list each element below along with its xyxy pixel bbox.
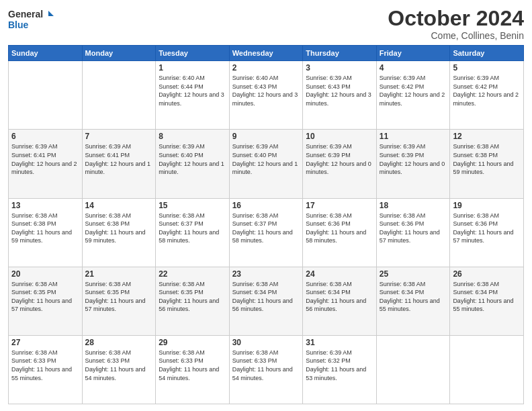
calendar-header-cell: Wednesday: [229, 46, 303, 61]
day-number: 30: [232, 338, 300, 347]
day-number: 5: [453, 63, 521, 73]
day-number: 23: [232, 269, 300, 279]
cell-info: Sunrise: 6:38 AM Sunset: 6:36 PM Dayligh…: [306, 212, 373, 245]
calendar-cell: 5Sunrise: 6:39 AM Sunset: 6:42 PM Daylig…: [450, 61, 524, 130]
calendar-cell: 11Sunrise: 6:39 AM Sunset: 6:39 PM Dayli…: [376, 130, 450, 198]
cell-info: Sunrise: 6:38 AM Sunset: 6:33 PM Dayligh…: [85, 349, 153, 382]
calendar-cell: 31Sunrise: 6:39 AM Sunset: 6:32 PM Dayli…: [303, 335, 377, 404]
calendar-cell: 17Sunrise: 6:38 AM Sunset: 6:36 PM Dayli…: [303, 198, 377, 267]
calendar-cell: 1Sunrise: 6:40 AM Sunset: 6:44 PM Daylig…: [156, 61, 230, 130]
cell-info: Sunrise: 6:39 AM Sunset: 6:32 PM Dayligh…: [306, 349, 373, 382]
cell-info: Sunrise: 6:38 AM Sunset: 6:33 PM Dayligh…: [11, 349, 79, 382]
day-number: 9: [232, 132, 300, 141]
cell-info: Sunrise: 6:38 AM Sunset: 6:33 PM Dayligh…: [159, 349, 226, 382]
day-number: 31: [306, 338, 373, 347]
cell-info: Sunrise: 6:40 AM Sunset: 6:43 PM Dayligh…: [232, 74, 300, 107]
cell-info: Sunrise: 6:39 AM Sunset: 6:41 PM Dayligh…: [85, 142, 153, 176]
main-title: October 2024: [388, 7, 524, 30]
calendar-cell: 13Sunrise: 6:38 AM Sunset: 6:38 PM Dayli…: [9, 198, 83, 267]
calendar-cell: 12Sunrise: 6:38 AM Sunset: 6:38 PM Dayli…: [450, 130, 524, 198]
day-number: 29: [159, 338, 226, 347]
calendar-cell: 8Sunrise: 6:39 AM Sunset: 6:40 PM Daylig…: [156, 130, 230, 198]
cell-info: Sunrise: 6:38 AM Sunset: 6:35 PM Dayligh…: [85, 280, 153, 314]
calendar-header-cell: Sunday: [9, 46, 83, 61]
calendar-header-row: SundayMondayTuesdayWednesdayThursdayFrid…: [9, 46, 524, 61]
cell-info: Sunrise: 6:40 AM Sunset: 6:44 PM Dayligh…: [159, 74, 226, 107]
calendar-cell: 10Sunrise: 6:39 AM Sunset: 6:39 PM Dayli…: [303, 130, 377, 198]
logo-svg: General Blue: [8, 7, 55, 34]
day-number: 2: [232, 63, 300, 73]
day-number: 8: [159, 132, 226, 141]
day-number: 15: [159, 201, 226, 210]
calendar-week-row: 20Sunrise: 6:38 AM Sunset: 6:35 PM Dayli…: [9, 267, 524, 335]
calendar-header-cell: Saturday: [450, 46, 524, 61]
calendar-header-cell: Friday: [376, 46, 450, 61]
calendar-cell: 24Sunrise: 6:38 AM Sunset: 6:34 PM Dayli…: [303, 267, 377, 335]
cell-info: Sunrise: 6:39 AM Sunset: 6:43 PM Dayligh…: [306, 74, 373, 107]
cell-info: Sunrise: 6:39 AM Sunset: 6:40 PM Dayligh…: [159, 142, 226, 176]
svg-text:General: General: [8, 9, 43, 19]
calendar-cell: 16Sunrise: 6:38 AM Sunset: 6:37 PM Dayli…: [229, 198, 303, 267]
day-number: 1: [159, 63, 226, 73]
cell-info: Sunrise: 6:39 AM Sunset: 6:40 PM Dayligh…: [232, 142, 300, 176]
day-number: 21: [85, 269, 153, 279]
page: General Blue October 2024 Come, Collines…: [0, 0, 532, 411]
cell-info: Sunrise: 6:39 AM Sunset: 6:39 PM Dayligh…: [306, 142, 373, 176]
day-number: 6: [11, 132, 79, 141]
day-number: 13: [11, 201, 79, 210]
calendar-cell: [376, 335, 450, 404]
calendar-cell: 7Sunrise: 6:39 AM Sunset: 6:41 PM Daylig…: [82, 130, 156, 198]
cell-info: Sunrise: 6:39 AM Sunset: 6:42 PM Dayligh…: [380, 74, 447, 107]
day-number: 3: [306, 63, 373, 73]
day-number: 18: [380, 201, 447, 210]
cell-info: Sunrise: 6:38 AM Sunset: 6:37 PM Dayligh…: [232, 212, 300, 245]
calendar-cell: 22Sunrise: 6:38 AM Sunset: 6:35 PM Dayli…: [156, 267, 230, 335]
day-number: 26: [453, 269, 521, 279]
cell-info: Sunrise: 6:38 AM Sunset: 6:35 PM Dayligh…: [159, 280, 226, 314]
cell-info: Sunrise: 6:39 AM Sunset: 6:39 PM Dayligh…: [380, 142, 447, 176]
calendar-week-row: 6Sunrise: 6:39 AM Sunset: 6:41 PM Daylig…: [9, 130, 524, 198]
cell-info: Sunrise: 6:39 AM Sunset: 6:42 PM Dayligh…: [453, 74, 521, 107]
cell-info: Sunrise: 6:38 AM Sunset: 6:36 PM Dayligh…: [453, 212, 521, 245]
day-number: 14: [85, 201, 153, 210]
calendar-cell: 14Sunrise: 6:38 AM Sunset: 6:38 PM Dayli…: [82, 198, 156, 267]
day-number: 25: [380, 269, 447, 279]
day-number: 12: [453, 132, 521, 141]
cell-info: Sunrise: 6:38 AM Sunset: 6:34 PM Dayligh…: [232, 280, 300, 314]
calendar-cell: 25Sunrise: 6:38 AM Sunset: 6:34 PM Dayli…: [376, 267, 450, 335]
calendar-cell: 6Sunrise: 6:39 AM Sunset: 6:41 PM Daylig…: [9, 130, 83, 198]
calendar-cell: 20Sunrise: 6:38 AM Sunset: 6:35 PM Dayli…: [9, 267, 83, 335]
calendar-week-row: 27Sunrise: 6:38 AM Sunset: 6:33 PM Dayli…: [9, 335, 524, 404]
day-number: 16: [232, 201, 300, 210]
day-number: 4: [380, 63, 447, 73]
cell-info: Sunrise: 6:38 AM Sunset: 6:34 PM Dayligh…: [306, 280, 373, 314]
cell-info: Sunrise: 6:39 AM Sunset: 6:41 PM Dayligh…: [11, 142, 79, 176]
cell-info: Sunrise: 6:38 AM Sunset: 6:38 PM Dayligh…: [11, 212, 79, 245]
calendar-cell: 23Sunrise: 6:38 AM Sunset: 6:34 PM Dayli…: [229, 267, 303, 335]
calendar-week-row: 1Sunrise: 6:40 AM Sunset: 6:44 PM Daylig…: [9, 61, 524, 130]
calendar-cell: 3Sunrise: 6:39 AM Sunset: 6:43 PM Daylig…: [303, 61, 377, 130]
cell-info: Sunrise: 6:38 AM Sunset: 6:35 PM Dayligh…: [11, 280, 79, 314]
calendar-cell: 30Sunrise: 6:38 AM Sunset: 6:33 PM Dayli…: [229, 335, 303, 404]
calendar-cell: 29Sunrise: 6:38 AM Sunset: 6:33 PM Dayli…: [156, 335, 230, 404]
cell-info: Sunrise: 6:38 AM Sunset: 6:34 PM Dayligh…: [380, 280, 447, 314]
calendar-cell: 27Sunrise: 6:38 AM Sunset: 6:33 PM Dayli…: [9, 335, 83, 404]
svg-marker-2: [48, 11, 54, 16]
logo: General Blue: [8, 7, 55, 34]
cell-info: Sunrise: 6:38 AM Sunset: 6:33 PM Dayligh…: [232, 349, 300, 382]
subtitle: Come, Collines, Benin: [388, 30, 524, 41]
day-number: 24: [306, 269, 373, 279]
day-number: 7: [85, 132, 153, 141]
calendar-cell: 21Sunrise: 6:38 AM Sunset: 6:35 PM Dayli…: [82, 267, 156, 335]
header: General Blue October 2024 Come, Collines…: [8, 7, 524, 41]
cell-info: Sunrise: 6:38 AM Sunset: 6:38 PM Dayligh…: [453, 142, 521, 176]
cell-info: Sunrise: 6:38 AM Sunset: 6:36 PM Dayligh…: [380, 212, 447, 245]
cell-info: Sunrise: 6:38 AM Sunset: 6:34 PM Dayligh…: [453, 280, 521, 314]
day-number: 27: [11, 338, 79, 347]
day-number: 28: [85, 338, 153, 347]
calendar-cell: 26Sunrise: 6:38 AM Sunset: 6:34 PM Dayli…: [450, 267, 524, 335]
calendar-cell: 15Sunrise: 6:38 AM Sunset: 6:37 PM Dayli…: [156, 198, 230, 267]
calendar-header-cell: Monday: [82, 46, 156, 61]
svg-text:Blue: Blue: [8, 19, 29, 30]
calendar-header-cell: Tuesday: [156, 46, 230, 61]
